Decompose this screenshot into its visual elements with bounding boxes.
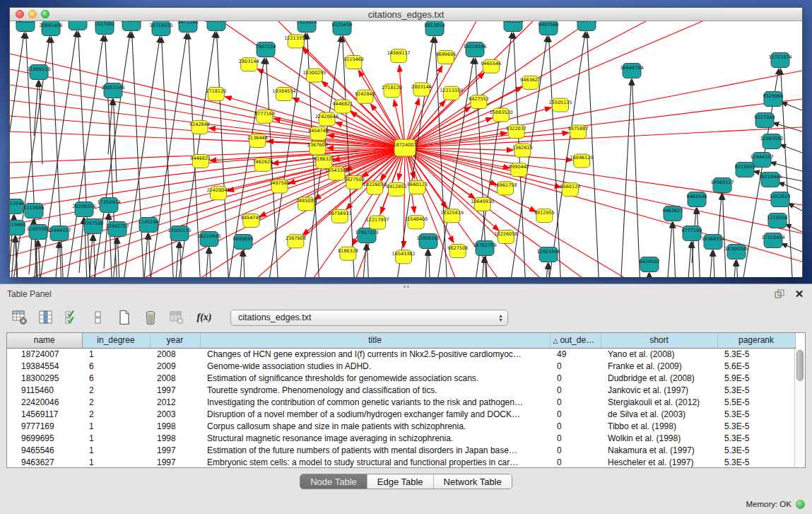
cell-year[interactable]: 2003	[150, 408, 200, 420]
close-panel-button[interactable]: ✕	[794, 288, 805, 300]
cell-in_degree[interactable]: 2	[82, 384, 150, 396]
cell-out_de[interactable]: 0	[550, 420, 601, 432]
network-node[interactable]: 19218596	[463, 42, 486, 57]
cell-short[interactable]: Nakamura et al. (1997)	[601, 444, 717, 456]
network-node[interactable]: 15883520	[490, 108, 513, 122]
cell-in_degree[interactable]: 1	[82, 432, 150, 444]
cell-short[interactable]: Tibbo et al. (1998)	[601, 420, 717, 432]
table-row[interactable]: 969969511998Structural magnetic resonanc…	[7, 432, 795, 444]
network-node[interactable]: 9777169	[254, 110, 275, 123]
network-window-titlebar[interactable]: citations_edges.txt	[10, 8, 802, 21]
column-header-name[interactable]: name	[7, 333, 82, 348]
cell-out_de[interactable]: 0	[550, 360, 601, 372]
cell-short[interactable]: Stergiakouli et al. (2012)	[601, 396, 717, 408]
cell-title[interactable]: Tourette syndrome. Phenomenology and cla…	[200, 384, 550, 396]
cell-name[interactable]: 14569117	[7, 408, 82, 420]
cell-pagerank[interactable]: 5.3E-5	[717, 420, 795, 432]
network-node[interactable]: 12213359	[284, 35, 307, 48]
network-node[interactable]: 16648784	[620, 64, 643, 78]
cell-in_degree[interactable]: 6	[82, 372, 150, 384]
network-node[interactable]: 9497568	[539, 21, 559, 35]
cell-out_de[interactable]: 0	[550, 396, 601, 408]
network-node[interactable]: 2718120	[206, 87, 226, 100]
cell-year[interactable]: 1998	[150, 432, 200, 444]
float-panel-button[interactable]	[774, 288, 785, 300]
network-node[interactable]: 9827508	[447, 245, 468, 258]
network-node[interactable]: 21606510	[27, 65, 50, 80]
cell-name[interactable]: 9463627	[7, 456, 82, 468]
cell-pagerank[interactable]: 5.3E-5	[717, 456, 795, 468]
cell-in_degree[interactable]: 1	[82, 348, 150, 360]
network-node[interactable]: 8186328	[314, 155, 334, 168]
network-node[interactable]: 16543382	[392, 250, 416, 264]
cell-short[interactable]: Wolkin et al. (1998)	[601, 432, 717, 444]
cell-pagerank[interactable]: 5.3E-5	[717, 348, 795, 360]
network-node[interactable]: 7515528	[297, 21, 317, 33]
table-scrollbar[interactable]	[794, 349, 805, 467]
delete-column-button[interactable]	[142, 309, 159, 326]
network-node[interactable]: 8454749	[308, 127, 329, 140]
table-mode-button[interactable]	[11, 309, 28, 326]
cell-pagerank[interactable]: 5.3E-5	[717, 384, 795, 396]
cell-pagerank[interactable]: 5.6E-5	[717, 360, 795, 372]
network-node[interactable]: 12093582	[760, 134, 783, 149]
network-node[interactable]: 8322037	[506, 125, 526, 139]
table-scrollbar-thumb[interactable]	[796, 350, 804, 381]
network-node[interactable]: 8990442	[509, 163, 529, 177]
tab-node-table[interactable]: Node Table	[300, 474, 367, 489]
network-node[interactable]: 9699695	[435, 50, 456, 64]
cell-out_de[interactable]: 0	[550, 384, 601, 396]
network-node[interactable]: 9465546	[481, 59, 501, 73]
network-node[interactable]: 9797588	[83, 219, 104, 234]
node-layer[interactable]: 1403557208914061065328715270026466161107…	[10, 21, 792, 272]
network-node[interactable]: 17957223	[355, 228, 378, 243]
network-node[interactable]: 8427552	[469, 95, 489, 109]
network-node[interactable]: 8125439	[332, 21, 353, 35]
cell-pagerank[interactable]: 5.5E-5	[717, 396, 795, 408]
network-node[interactable]: 12213359	[440, 86, 463, 100]
network-node[interactable]: 1115686	[24, 204, 45, 218]
network-node[interactable]: 8424502	[640, 257, 660, 272]
network-node[interactable]: 14569117	[710, 178, 734, 193]
create-column-button[interactable]	[116, 309, 133, 326]
cell-out_de[interactable]: 0	[550, 432, 601, 444]
network-node[interactable]: 9446821	[190, 155, 211, 168]
network-node[interactable]: 12923446	[536, 247, 560, 262]
network-node[interactable]: 1145194	[139, 218, 159, 233]
table-row[interactable]: 911546021997Tourette syndrome. Phenomeno…	[7, 384, 795, 396]
column-header-in_degree[interactable]: in_degree	[82, 333, 150, 348]
network-node[interactable]: 13958167	[416, 234, 440, 249]
network-node[interactable]: 18226058	[363, 181, 387, 194]
network-node[interactable]: 10719155	[149, 21, 172, 36]
cell-out_de[interactable]: 0	[550, 408, 601, 420]
network-node[interactable]: 18226058	[494, 230, 517, 244]
table-row[interactable]: 2242004622012Investigating the contribut…	[7, 396, 795, 408]
network-node[interactable]: 7857224	[256, 42, 276, 57]
cell-title[interactable]: Estimation of significance thresholds fo…	[200, 372, 550, 384]
cell-in_degree[interactable]: 1	[82, 420, 150, 432]
network-node[interactable]: 9446821	[332, 100, 353, 113]
table-row[interactable]: 1456911722003Disruption of a novel membe…	[7, 408, 795, 420]
network-node[interactable]: 2803144	[411, 83, 432, 96]
network-node[interactable]: 2367608	[307, 141, 328, 155]
network-node[interactable]: 9529966	[763, 92, 784, 107]
column-header-year[interactable]: year	[150, 333, 200, 348]
network-node[interactable]: 16782759	[473, 241, 496, 256]
network-node[interactable]: 16210645	[758, 173, 782, 187]
cell-pagerank[interactable]: 5.3E-5	[717, 432, 795, 444]
select-all-button[interactable]	[64, 309, 81, 326]
network-node[interactable]: 22420046	[315, 112, 339, 126]
cell-year[interactable]: 2012	[150, 396, 200, 408]
network-node[interactable]: 16033809	[204, 21, 228, 31]
network-node[interactable]: 3913594	[10, 199, 24, 214]
network-node[interactable]: 1362615	[512, 144, 533, 157]
network-node[interactable]: 10653287	[66, 21, 89, 30]
cell-name[interactable]: 22420046	[7, 396, 82, 408]
column-header-pagerank[interactable]: pagerank	[717, 333, 795, 348]
network-node[interactable]: 19384554	[272, 88, 295, 101]
network-node[interactable]: 9115460	[10, 221, 25, 235]
network-node[interactable]: 7462624	[503, 21, 524, 32]
cell-title[interactable]: Structural magnetic resonance image aver…	[200, 432, 550, 444]
network-node[interactable]: 20891406	[39, 21, 62, 36]
network-node[interactable]: 8813054	[425, 21, 445, 36]
